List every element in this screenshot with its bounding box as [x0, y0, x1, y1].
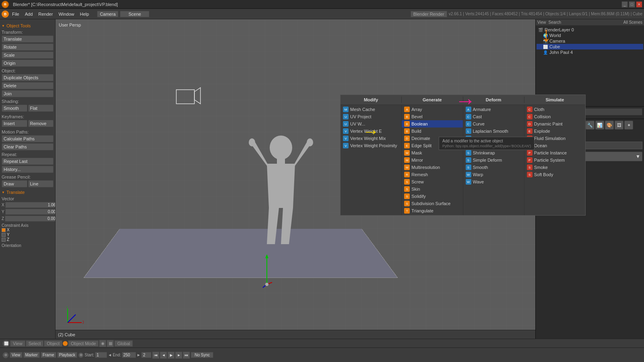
viewport-icon-btn[interactable]: ⬜: [2, 340, 10, 347]
mod-solidify[interactable]: S Solidify: [402, 193, 462, 200]
mod-uv-w[interactable]: U UV W...: [341, 120, 401, 128]
translate-btn[interactable]: Translate: [2, 35, 54, 43]
join-btn[interactable]: Join: [2, 90, 54, 97]
y-constraint[interactable]: [2, 233, 6, 237]
scale-btn[interactable]: Scale: [2, 51, 54, 59]
mod-remesh[interactable]: R Remesh: [402, 171, 462, 178]
scene-selector[interactable]: Scene: [120, 11, 149, 17]
skip-start-btn[interactable]: ⏮: [152, 352, 159, 359]
timeline-frame-btn[interactable]: Frame: [41, 352, 56, 358]
mod-mesh-cache[interactable]: M Mesh Cache: [341, 106, 401, 113]
z-constraint[interactable]: [2, 238, 6, 242]
mod-laplacian-smooth[interactable]: L Laplacian Smooth: [463, 128, 524, 135]
line-btn[interactable]: Line: [28, 180, 54, 187]
object-mode-selector[interactable]: Object Mode: [63, 340, 99, 347]
mod-screw[interactable]: S Screw: [402, 178, 462, 185]
menu-file[interactable]: File: [10, 11, 22, 17]
outliner-item-camera[interactable]: 📷 Camera: [537, 38, 643, 44]
outliner-all-scenes[interactable]: All Scenes: [623, 20, 642, 25]
mod-shrinkwrap[interactable]: S Shrinkwrap: [463, 149, 524, 156]
start-frame-input[interactable]: [95, 352, 107, 358]
outliner-item-renderlayer[interactable]: 🎬 RenderLayer 0: [537, 27, 643, 33]
maximize-btn[interactable]: □: [629, 1, 635, 8]
clear-paths-btn[interactable]: Clear Paths: [2, 143, 54, 150]
menu-add[interactable]: Add: [23, 11, 35, 17]
next-frame-btn[interactable]: ►: [175, 352, 182, 359]
mod-mask[interactable]: M Mask: [402, 149, 462, 156]
mod-soft-body[interactable]: S Soft Body: [524, 171, 585, 178]
select-btn[interactable]: Select: [26, 340, 44, 347]
mod-dynamic-paint[interactable]: D Dynamic Paint: [524, 120, 585, 128]
draw-type-btn[interactable]: ◉: [99, 340, 106, 347]
mod-smooth[interactable]: S Smooth: [463, 164, 524, 171]
minimize-btn[interactable]: _: [621, 1, 628, 8]
y-input[interactable]: [5, 209, 56, 215]
texture-prop-btn[interactable]: 🖼: [615, 121, 623, 130]
flat-btn[interactable]: Flat: [28, 105, 54, 112]
origin-btn[interactable]: Origin: [2, 60, 54, 67]
mod-boolean[interactable]: B Boolean: [402, 120, 462, 128]
mod-cast[interactable]: C Cast: [463, 113, 524, 120]
mod-mirror[interactable]: M Mirror: [402, 156, 462, 164]
mod-simple-deform[interactable]: S Simple Deform: [463, 156, 524, 164]
remove-key-btn[interactable]: Remove: [28, 120, 54, 127]
mod-particle-instance[interactable]: P Particle Instance: [524, 149, 585, 156]
no-sync-btn[interactable]: No Sync: [191, 352, 213, 358]
timeline-icon[interactable]: ⊙: [2, 352, 9, 358]
duplicate-btn[interactable]: Duplicate Objects: [2, 74, 54, 81]
timeline-marker-btn[interactable]: Marker: [23, 352, 40, 358]
particles-prop-btn[interactable]: ✦: [624, 121, 633, 130]
data-prop-btn[interactable]: 📊: [595, 121, 604, 130]
current-frame-input[interactable]: [141, 352, 151, 358]
outliner-view-btn[interactable]: View: [537, 20, 546, 25]
history-btn[interactable]: History...: [2, 166, 54, 173]
outliner-item-johnpaul[interactable]: 👤 John Paul 4: [537, 49, 643, 55]
close-btn[interactable]: ✕: [636, 1, 642, 8]
outliner-item-world[interactable]: 🌍 World: [537, 33, 643, 38]
sync-icon[interactable]: ⊙: [78, 352, 84, 358]
prev-frame-btn[interactable]: ◄: [160, 352, 167, 359]
view-layer-btn[interactable]: ▦: [107, 340, 114, 347]
repeat-last-btn[interactable]: Repeat Last: [2, 158, 54, 165]
material-prop-btn[interactable]: 🎨: [605, 121, 614, 130]
mod-bevel[interactable]: B Bevel: [402, 113, 462, 120]
menu-render[interactable]: Render: [36, 11, 55, 17]
mod-wave[interactable]: W Wave: [463, 178, 524, 185]
draw-btn[interactable]: Draw: [2, 180, 27, 187]
object-mode-btn[interactable]: Object Mode: [68, 340, 99, 347]
x-input[interactable]: [5, 202, 56, 208]
outliner-search-btn[interactable]: Search: [549, 20, 561, 25]
mod-vertex-weight-prox[interactable]: V Vertex Weight Proximity: [341, 142, 401, 149]
insert-key-btn[interactable]: Insert: [2, 120, 27, 127]
mod-array[interactable]: A Array: [402, 106, 462, 113]
outliner-item-cube[interactable]: ⬜ Cube: [537, 44, 643, 49]
mod-vertex-weight-mix[interactable]: V Vertex Weight Mix: [341, 135, 401, 142]
z-input[interactable]: [5, 216, 56, 222]
x-constraint[interactable]: [2, 228, 6, 232]
menu-window[interactable]: Window: [56, 11, 76, 17]
mod-subdivision[interactable]: S Subdivision Surface: [402, 200, 462, 207]
mod-triangulate[interactable]: T Triangulate: [402, 207, 462, 214]
mod-curve[interactable]: C Curve: [463, 120, 524, 128]
smooth-btn[interactable]: Smooth: [2, 105, 27, 112]
calc-paths-btn[interactable]: Calculate Paths: [2, 135, 54, 142]
object-btn[interactable]: Object: [44, 340, 62, 347]
view-btn[interactable]: View: [10, 340, 25, 347]
timeline-playback-btn[interactable]: Playback: [57, 352, 78, 358]
modifier-prop-btn[interactable]: 🔧: [586, 121, 594, 130]
mod-skin[interactable]: S Skin: [402, 185, 462, 193]
mod-vertex-weight-e[interactable]: V Vertex Weight E: [341, 128, 401, 135]
mod-smoke[interactable]: S Smoke: [524, 164, 585, 171]
timeline-view-btn[interactable]: View: [10, 352, 23, 358]
skip-end-btn[interactable]: ⏭: [183, 352, 190, 359]
mod-armature[interactable]: A Armature: [463, 106, 524, 113]
delete-btn[interactable]: Delete: [2, 82, 54, 89]
global-btn[interactable]: Global: [114, 340, 133, 347]
mod-particle-system[interactable]: P Particle System: [524, 156, 585, 164]
mod-build[interactable]: B Build: [402, 128, 462, 135]
rotate-btn[interactable]: Rotate: [2, 43, 54, 51]
mod-collision[interactable]: C Collision: [524, 113, 585, 120]
mod-warp[interactable]: W Warp: [463, 171, 524, 178]
play-btn[interactable]: ▶: [167, 352, 175, 359]
mod-explode[interactable]: E Explode: [524, 128, 585, 135]
